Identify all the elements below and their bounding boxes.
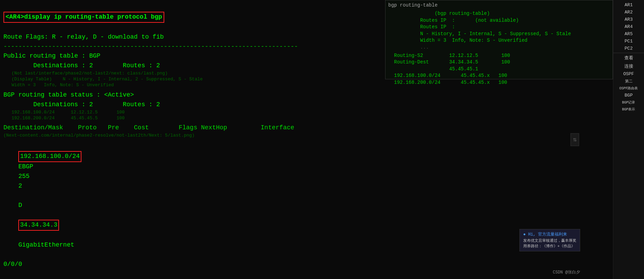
route-row-2: 192.168.200.0/24 IBGP 255 0 RD 45.45.45.…	[3, 272, 609, 279]
sidebar-item-ospf-routing[interactable]: OSPF路由表	[613, 85, 644, 92]
chat-title: ● Hi, 官方流量福利来	[523, 231, 576, 238]
popup-routes3: 45.45.45.1	[388, 66, 610, 73]
sidebar-item-bgp-record[interactable]: BGP记录	[613, 99, 644, 106]
popup-routes2: Routing-Dest 34.34.34.5 100	[388, 59, 610, 66]
cost-1: 2	[18, 182, 22, 189]
scroll-button[interactable]: ⇅	[570, 133, 579, 146]
command-highlight: <AR4>display ip routing-table protocol b…	[3, 12, 164, 23]
sidebar-item-view[interactable]: 查看	[613, 54, 644, 62]
table-header: Destination/Mask Proto Pre Cost Flags Ne…	[3, 123, 609, 133]
popup-routes4: 192.168.100.0/24 45.45.45.x 100	[388, 72, 610, 79]
sidebar-item-ar2[interactable]: AR2	[613, 9, 644, 16]
sidebar-item-ar4[interactable]: AR4	[613, 23, 644, 30]
popup-routes5: 192.168.200.0/24 45.45.45.x 100	[388, 79, 610, 86]
route-row-1: 192.168.100.0/24 EBGP 255 2 D 34.34.34.3…	[3, 141, 609, 260]
sidebar-item-bgp[interactable]: BGP	[613, 92, 644, 99]
sidebar-item-pc1[interactable]: PC1	[613, 38, 644, 45]
popup-overlay: bgp routing-table (bgp routing-table) Ro…	[385, 0, 613, 79]
sidebar: AR1 AR2 AR3 AR4 AR5 PC1 PC2 查看 连接 OSPF 第…	[613, 0, 644, 279]
terminal-main: bgp routing-table (bgp routing-table) Ro…	[0, 0, 613, 279]
destinations-line-2: Destinations : 2 Routes : 2	[3, 100, 609, 110]
sidebar-item-ar1[interactable]: AR1	[613, 1, 644, 9]
sidebar-item-pc2[interactable]: PC2	[613, 45, 644, 52]
popup-line3: Routes IP :	[388, 24, 610, 31]
chat-title-text: Hi, 官方流量福利来	[528, 232, 567, 237]
popup-line4: N - History, I - Internal, S - Suppresse…	[388, 31, 610, 38]
sidebar-item-second[interactable]: 第二	[613, 78, 644, 85]
dim-url-line: (Next-content.com/internal/phase2-resolv…	[3, 133, 609, 139]
sidebar-item-ar5[interactable]: AR5	[613, 30, 644, 38]
sidebar-item-bgp-show[interactable]: BGP表示	[613, 106, 644, 113]
chat-widget: ● Hi, 官方流量福利来 发布优文且审核通过，赢丰厚奖 用券路径：《博作》+《…	[519, 229, 580, 251]
interface-1: GigabitEthernet	[18, 241, 74, 248]
sidebar-item-ar3[interactable]: AR3	[613, 16, 644, 23]
popup-line2: Routes IP : (not available)	[388, 17, 610, 24]
proto-1: EBGP	[18, 163, 33, 170]
popup-routes1: Routing-S2 12.12.12.5 100	[388, 52, 610, 59]
dest-1: 192.168.100.0/24	[18, 151, 81, 162]
popup-line5: Width = 3 Info, Note: S - Unverified	[388, 37, 610, 44]
chat-text-1: 发布优文且审核通过，赢丰厚奖	[523, 238, 576, 243]
dim-content-4: 192.168.100.0/24 12.12.12.5 100	[3, 110, 609, 116]
nexthop-1: 34.34.34.3	[18, 220, 59, 231]
csdn-badge: CSDN @张白夕	[553, 269, 580, 276]
pre-1: 255	[18, 173, 29, 180]
popup-line1: (bgp routing-table)	[388, 10, 610, 17]
bgp-status-active: BGP routing table status : <Active>	[3, 90, 609, 100]
chat-text-2: 用券路径：《博作》+《作品》	[523, 244, 576, 249]
route-row-1b: 0/0/0	[3, 260, 609, 269]
sidebar-item-connect[interactable]: 连接	[613, 62, 644, 70]
sidebar-item-ospf[interactable]: OSPF	[613, 70, 644, 78]
flags-1: D	[18, 202, 22, 209]
popup-line6: ...	[388, 44, 610, 51]
popup-title: bgp routing-table	[388, 2, 610, 9]
dim-content-5: 192.168.200.0/24 45.45.45.5 100	[3, 116, 609, 121]
